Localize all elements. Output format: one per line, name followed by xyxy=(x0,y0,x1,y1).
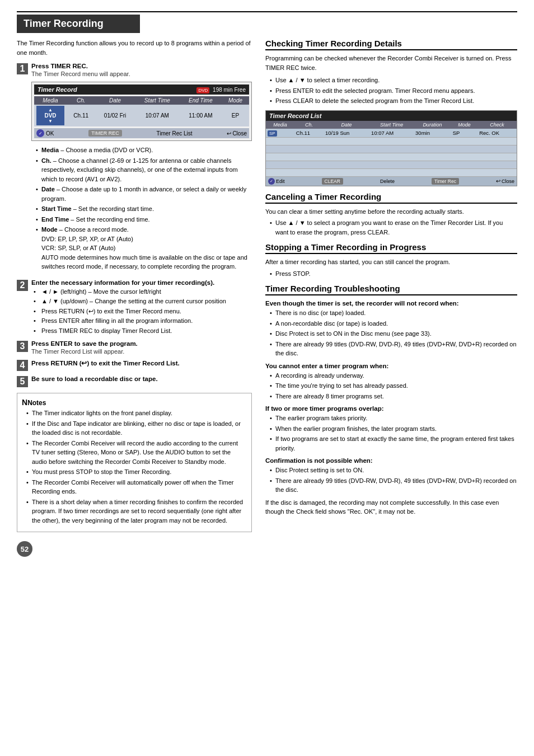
stopping-heading: Stopping a Timer Recording in Progress xyxy=(265,242,517,254)
tl-footer-close: ↩ Close xyxy=(496,178,514,184)
tl-footer-edit: ✓ Edit xyxy=(268,178,285,185)
notes-list: The Timer indicator lights on the front … xyxy=(26,408,247,525)
timer-record-title: Timer Record xyxy=(38,86,77,93)
ts-item-2-2: If two programs are set to start at exac… xyxy=(270,434,517,453)
tl-col-mode: Mode xyxy=(451,121,477,129)
step-5-title: Be sure to load a recordable disc or tap… xyxy=(31,375,252,382)
left-column: The Timer Recording function allows you … xyxy=(17,39,252,557)
notes-title: NNotes xyxy=(22,397,247,408)
col-media: Media xyxy=(34,96,67,105)
step2-items-list: ◄ / ► (left/right) – Move the cursor lef… xyxy=(34,287,252,336)
step-number-5: 5 xyxy=(17,376,28,387)
timer-record-ui: Timer Record DVD 198 min Free Media Ch. … xyxy=(31,82,252,141)
step-2-title: Enter the necessary information for your… xyxy=(31,279,252,286)
step-number-2: 2 xyxy=(17,280,28,291)
ts-items-1: A recording is already underway. The tim… xyxy=(270,371,517,401)
bullet-mode: Mode – Choose a record mode.DVD: EP, LP,… xyxy=(36,225,252,271)
step-4-title: Press RETURN (↩) to exit the Timer Recor… xyxy=(31,359,252,367)
troubleshooting-section-0: Even though the timer is set, the record… xyxy=(265,300,517,358)
step-5-content: Be sure to load a recordable disc or tap… xyxy=(31,375,252,383)
ts-item-1-2: There are already 8 timer programs set. xyxy=(270,392,517,401)
note-1: If the Disc and Tape indicator are blink… xyxy=(26,419,247,438)
checking-items: Use ▲ / ▼ to select a timer recording. P… xyxy=(270,76,517,106)
step2-item-4: Press TIMER REC to display Timer Record … xyxy=(34,326,252,336)
step-4: 4 Press RETURN (↩) to exit the Timer Rec… xyxy=(17,359,252,371)
tl-cell-check: Rec. OK xyxy=(477,129,517,138)
note-0: The Timer indicator lights on the front … xyxy=(26,408,247,418)
canceling-intro: You can clear a timer setting anytime be… xyxy=(265,207,517,217)
ts-item-1-1: The time you're trying to set has alread… xyxy=(270,381,517,391)
bullet-start-time: Start Time – Set the recording start tim… xyxy=(36,204,252,214)
dvd-icon-small: DVD xyxy=(196,87,209,93)
troubleshooting-section-2: If two or more timer programs overlap: T… xyxy=(265,405,517,453)
note-4: The Recorder Combi Receiver will automat… xyxy=(26,478,247,496)
troubleshooting-section-1: You cannot enter a timer program when: A… xyxy=(265,363,517,401)
tl-cell-media: SP xyxy=(266,129,294,138)
timer-record-footer: ✓ OK TIMER REC Timer Rec List ↩ Close xyxy=(34,128,249,138)
tl-cell-start: 10:07 AM xyxy=(369,129,414,138)
note-2: The Recorder Combi Receiver will record … xyxy=(26,439,247,467)
tl-col-ch: Ch. xyxy=(294,121,324,129)
ts-heading-3: Confirmation is not possible when: xyxy=(265,457,517,464)
step-2-content: Enter the necessary information for your… xyxy=(31,279,252,336)
step-1-content: Press TIMER REC. The Timer Record menu w… xyxy=(31,63,252,275)
ts-item-0-3: There are already 99 titles (DVD-RW, DVD… xyxy=(270,340,517,358)
tl-cell-date: 10/19 Sun xyxy=(324,129,369,138)
ts-item-0-0: There is no disc (or tape) loaded. xyxy=(270,308,517,318)
step2-item-3: Press ENTER after filling in all the pro… xyxy=(34,316,252,326)
ts-item-3-0: Disc Protect setting is set to ON. xyxy=(270,466,517,475)
timer-record-free: DVD 198 min Free xyxy=(196,87,246,93)
tl-row-empty-1 xyxy=(266,137,517,145)
tl-cell-ch: Ch.11 xyxy=(294,129,324,138)
step2-item-0: ◄ / ► (left/right) – Move the cursor lef… xyxy=(34,287,252,297)
ts-items-3: Disc Protect setting is set to ON. There… xyxy=(270,466,517,495)
dvd-media-label: ▲ DVD ▼ xyxy=(36,106,64,125)
cell-media: ▲ DVD ▼ xyxy=(34,105,67,126)
ts-heading-1: You cannot enter a timer program when: xyxy=(265,363,517,369)
footer-close: ↩ Close xyxy=(227,130,247,137)
tl-footer-timer-rec: Timer Rec xyxy=(432,178,459,185)
timer-list-header: Timer Record List xyxy=(266,111,517,121)
tl-col-check: Check xyxy=(477,121,517,129)
tl-row-empty-2 xyxy=(266,145,517,153)
step2-item-1: ▲ / ▼ (up/down) – Change the setting at … xyxy=(34,297,252,307)
tl-cell-mode: SP xyxy=(451,129,477,138)
troubleshooting-heading: Timer Recording Troubleshooting xyxy=(265,284,517,295)
footer-timer-rec-list: Timer Rec List xyxy=(157,130,193,137)
cell-mode: EP xyxy=(222,105,249,126)
step-1-title: Press TIMER REC. xyxy=(31,63,252,69)
stopping-intro: After a timer recording has started, you… xyxy=(265,257,517,267)
intro-text: The Timer Recording function allows you … xyxy=(17,39,252,57)
step-3-title: Press ENTER to save the program. xyxy=(31,340,252,347)
notes-box: NNotes The Timer indicator lights on the… xyxy=(17,393,252,532)
tl-col-duration: Duration xyxy=(414,121,451,129)
footer-ok-icon: ✓ OK xyxy=(36,129,54,137)
stopping-items: Press STOP. xyxy=(270,269,517,279)
page-header-line xyxy=(17,11,517,12)
step2-item-2: Press RETURN (↩) to exit the Timer Recor… xyxy=(34,307,252,317)
step-number-4: 4 xyxy=(17,360,28,371)
step-3: 3 Press ENTER to save the program. The T… xyxy=(17,340,252,355)
canceling-heading: Canceling a Timer Recording xyxy=(265,192,517,204)
step-number-1: 1 xyxy=(17,63,28,74)
step-4-content: Press RETURN (↩) to exit the Timer Recor… xyxy=(31,359,252,368)
checking-item-1: Press ENTER to edit the selected program… xyxy=(270,86,517,96)
bullet-list: Media – Choose a media (DVD or VCR). Ch.… xyxy=(36,145,252,271)
ts-heading-0: Even though the timer is set, the record… xyxy=(265,300,517,307)
bullet-ch: Ch. – Choose a channel (2-69 or 1-125 fo… xyxy=(36,156,252,184)
ts-item-0-1: A non-recordable disc (or tape) is loade… xyxy=(270,319,517,328)
tl-col-media: Media xyxy=(266,121,294,129)
col-start: Start Time xyxy=(135,96,180,105)
checking-item-0: Use ▲ / ▼ to select a timer recording. xyxy=(270,76,517,85)
footer-timer-rec: TIMER REC xyxy=(88,130,122,137)
note-3: You must press STOP to stop the Timer Re… xyxy=(26,467,247,477)
ts-item-0-2: Disc Protect is set to ON in the Disc me… xyxy=(270,329,517,339)
bullet-end-time: End Time – Set the recording end time. xyxy=(36,215,252,224)
bullet-media: Media – Choose a media (DVD or VCR). xyxy=(36,145,252,155)
checking-item-2: Press CLEAR to delete the selected progr… xyxy=(270,96,517,106)
tl-footer-delete: Delete xyxy=(380,179,395,184)
timer-list-ui: Timer Record List Media Ch. Date Start T… xyxy=(265,110,517,186)
ts-item-2-0: The earlier program takes priority. xyxy=(270,414,517,423)
troubleshooting-closing: If the disc is damaged, the recording ma… xyxy=(265,498,517,516)
timer-record-table: Media Ch. Date Start Time End Time Mode xyxy=(34,96,249,126)
